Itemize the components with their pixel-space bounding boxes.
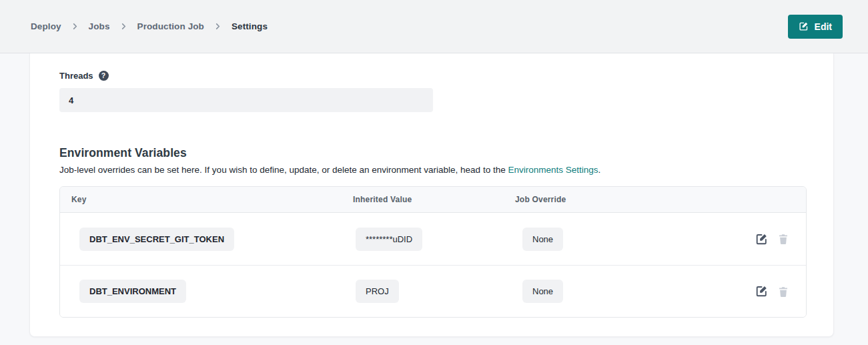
threads-label: Threads	[59, 71, 93, 81]
table-header-row: Key Inherited Value Job Override	[60, 187, 806, 213]
breadcrumb-item-settings: Settings	[232, 21, 268, 31]
edit-pencil-square-icon	[799, 21, 809, 31]
breadcrumb-item-deploy[interactable]: Deploy	[31, 21, 61, 31]
breadcrumb-item-production-job[interactable]: Production Job	[137, 21, 204, 31]
env-var-job-override-chip: None	[522, 280, 563, 303]
settings-card: Threads ? Environment Variables Job-leve…	[29, 53, 834, 337]
env-var-key-chip: DBT_ENV_SECRET_GIT_TOKEN	[79, 228, 234, 251]
breadcrumb: Deploy Jobs Production Job Settings	[31, 21, 268, 31]
env-var-inherited-value-chip: ********uDID	[356, 228, 422, 251]
environments-settings-link[interactable]: Environments Settings	[508, 165, 598, 175]
edit-button[interactable]: Edit	[788, 15, 843, 39]
question-mark-circle-icon[interactable]: ?	[99, 71, 109, 81]
environment-variables-section: Environment Variables Job-level override…	[59, 146, 805, 318]
env-var-key-chip: DBT_ENVIRONMENT	[79, 280, 186, 303]
description-text: Job-level overrides can be set here. If …	[59, 165, 508, 175]
chevron-right-icon	[71, 23, 79, 30]
threads-field-group: Threads ?	[59, 71, 805, 112]
column-header-inherited-value: Inherited Value	[342, 195, 504, 204]
trash-icon	[777, 233, 789, 245]
description-period: .	[598, 165, 601, 175]
trash-icon	[777, 286, 789, 298]
environment-variables-title: Environment Variables	[59, 146, 805, 160]
env-var-job-override-chip: None	[522, 228, 563, 251]
chevron-right-icon	[214, 23, 222, 30]
env-var-inherited-value-chip: PROJ	[356, 280, 399, 303]
environment-variables-table: Key Inherited Value Job Override DBT_ENV…	[59, 186, 807, 318]
edit-pencil-square-icon	[755, 233, 768, 246]
edit-button-label: Edit	[815, 21, 832, 32]
environment-variables-description: Job-level overrides can be set here. If …	[59, 165, 805, 175]
edit-pencil-square-icon	[755, 285, 768, 298]
column-header-key: Key	[60, 195, 342, 204]
breadcrumb-item-jobs[interactable]: Jobs	[89, 21, 110, 31]
threads-input[interactable]	[59, 88, 433, 112]
top-bar: Deploy Jobs Production Job Settings Edit	[0, 0, 868, 53]
table-row: DBT_ENV_SECRET_GIT_TOKEN ********uDID No…	[60, 213, 806, 265]
chevron-right-icon	[120, 23, 127, 30]
delete-row-button[interactable]	[777, 233, 789, 245]
table-row: DBT_ENVIRONMENT PROJ None	[60, 265, 806, 317]
column-header-job-override: Job Override	[504, 195, 713, 204]
edit-row-button[interactable]	[755, 285, 768, 298]
delete-row-button[interactable]	[777, 286, 789, 298]
edit-row-button[interactable]	[755, 233, 768, 246]
